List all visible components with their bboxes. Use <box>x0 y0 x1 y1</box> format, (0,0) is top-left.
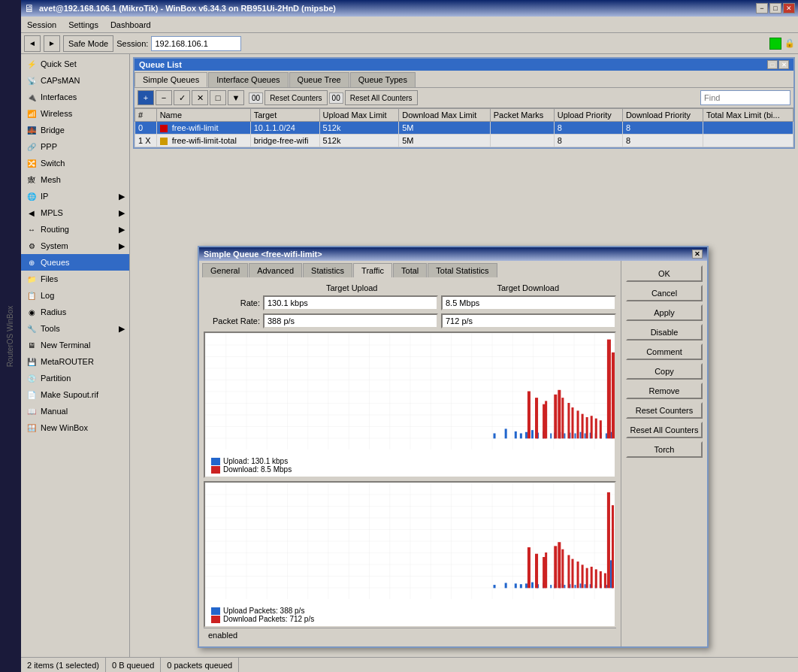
cell-download-priority: 8 <box>622 135 703 147</box>
maximize-button[interactable]: □ <box>769 3 781 14</box>
apply-button[interactable]: Apply <box>626 304 703 321</box>
svg-rect-57 <box>585 584 586 588</box>
sidebar-item-log[interactable]: 📋 Log <box>21 287 129 304</box>
cell-num: 1 X <box>135 135 157 147</box>
svg-rect-47 <box>531 583 534 589</box>
reset-all-counters-button[interactable]: Reset All Counters <box>626 422 703 438</box>
add-button[interactable]: + <box>138 90 154 105</box>
tab-general[interactable]: General <box>202 263 248 277</box>
svg-rect-15 <box>575 433 576 438</box>
queue-list-restore-button[interactable]: □ <box>767 60 778 69</box>
sidebar-item-label: Switch <box>41 159 65 168</box>
svg-rect-74 <box>586 568 588 589</box>
sidebar-item-mesh[interactable]: 🕸 Mesh <box>21 171 129 188</box>
queue-icon-toolbar: + − ✓ ✕ □ ▼ 00 Reset Counters 00 Reset A… <box>135 88 793 108</box>
title-bar-buttons[interactable]: − □ ✕ <box>756 3 795 14</box>
bandwidth-chart: Upload: 130.1 kbps Download: 8.5 Mbps <box>204 331 616 478</box>
menu-session[interactable]: Session <box>21 19 62 31</box>
torch-button[interactable]: Torch <box>626 441 703 458</box>
tab-statistics[interactable]: Statistics <box>303 263 352 277</box>
packet-rate-download-input[interactable] <box>441 313 616 328</box>
traffic-tab-content: Target Upload Target Download Rate: <box>199 277 621 646</box>
sidebar-item-partition[interactable]: 💿 Partition <box>21 370 129 386</box>
manual-icon: 📖 <box>26 405 38 417</box>
enable-button[interactable]: ✓ <box>174 90 190 105</box>
table-row[interactable]: 0 free-wifi-limit 10.1.1.0/24 512k 5M 8 <box>135 122 793 135</box>
back-button[interactable]: ◄ <box>24 35 41 52</box>
comment-button[interactable]: Comment <box>626 344 703 360</box>
svg-rect-75 <box>591 567 593 588</box>
session-input[interactable] <box>151 36 241 51</box>
items-count-status: 2 items (1 selected) <box>21 658 106 672</box>
sidebar-item-manual[interactable]: 📖 Manual <box>21 403 129 419</box>
cancel-button[interactable]: Cancel <box>626 285 703 301</box>
copy-button[interactable]: □ <box>210 90 226 105</box>
packet-rate-upload-input[interactable] <box>263 313 438 328</box>
reset-counters-group: 00 Reset Counters <box>249 90 328 105</box>
sidebar-item-quick-set[interactable]: ⚡ Quick Set <box>21 56 129 72</box>
sidebar-item-new-winbox[interactable]: 🪟 New WinBox <box>21 419 129 436</box>
sidebar-item-ppp[interactable]: 🔗 PPP <box>21 138 129 155</box>
queue-list-window-buttons[interactable]: □ ✕ <box>767 60 789 69</box>
sidebar-item-switch[interactable]: 🔀 Switch <box>21 155 129 171</box>
close-button[interactable]: ✕ <box>783 3 795 14</box>
find-input[interactable] <box>700 90 790 105</box>
sidebar-item-new-terminal[interactable]: 🖥 New Terminal <box>21 337 129 353</box>
tab-traffic[interactable]: Traffic <box>353 263 392 277</box>
sidebar-item-label: Interfaces <box>41 92 77 101</box>
sidebar-item-wireless[interactable]: 📶 Wireless <box>21 105 129 122</box>
sidebar-item-ip[interactable]: 🌐 IP ▶ <box>21 188 129 204</box>
sidebar-item-bridge[interactable]: 🌉 Bridge <box>21 122 129 138</box>
remove-button[interactable]: − <box>156 90 172 105</box>
tab-total[interactable]: Total <box>393 263 427 277</box>
tab-total-statistics[interactable]: Total Statistics <box>428 263 497 277</box>
sidebar-item-queues[interactable]: ⊕ Queues <box>21 254 129 271</box>
tab-advanced[interactable]: Advanced <box>249 263 302 277</box>
tab-queue-types[interactable]: Queue Types <box>350 72 416 87</box>
col-num: # <box>135 109 157 122</box>
remove-button[interactable]: Remove <box>626 383 703 399</box>
minimize-button[interactable]: − <box>756 3 768 14</box>
sidebar-item-radius[interactable]: ◉ Radius <box>21 304 129 320</box>
queue-list-close-button[interactable]: ✕ <box>778 60 789 69</box>
rate-upload-input[interactable] <box>263 295 438 310</box>
forward-button[interactable]: ► <box>44 35 60 52</box>
tab-queue-tree[interactable]: Queue Tree <box>289 72 349 87</box>
cell-upload-max: 512k <box>319 122 399 135</box>
safe-mode-button[interactable]: Safe Mode <box>63 35 113 52</box>
sidebar-item-routing[interactable]: ↔ Routing ▶ <box>21 221 129 238</box>
bandwidth-chart-svg <box>205 333 615 450</box>
rate-download-input[interactable] <box>441 295 616 310</box>
sidebar-item-mpls[interactable]: ◀ MPLS ▶ <box>21 204 129 221</box>
download-packets-legend-color <box>211 616 220 623</box>
sidebar-item-label: IP <box>41 192 48 201</box>
disable-button[interactable]: Disable <box>626 324 703 341</box>
ok-button[interactable]: OK <box>626 265 703 282</box>
packet-rate-label: Packet Rate: <box>204 316 260 325</box>
menu-settings[interactable]: Settings <box>62 19 104 31</box>
sidebar-item-files[interactable]: 📁 Files <box>21 271 129 287</box>
table-row[interactable]: 1 X free-wifi-limit-total bridge-free-wi… <box>135 135 793 147</box>
sidebar-item-make-supout[interactable]: 📄 Make Supout.rif <box>21 386 129 403</box>
reset-all-group: 00 Reset All Counters <box>329 90 418 105</box>
disable-button[interactable]: ✕ <box>192 90 208 105</box>
reset-counters-button[interactable]: Reset Counters <box>626 402 703 419</box>
tools-icon: 🔧 <box>26 322 38 334</box>
sidebar-item-interfaces[interactable]: 🔌 Interfaces <box>21 89 129 105</box>
copy-button[interactable]: Copy <box>626 363 703 380</box>
menu-dashboard[interactable]: Dashboard <box>104 19 157 31</box>
reset-counters-button[interactable]: Reset Counters <box>264 90 327 105</box>
filter-button[interactable]: ▼ <box>228 90 244 105</box>
dialog-close-button[interactable]: ✕ <box>692 250 703 259</box>
sidebar-item-metarouter[interactable]: 💾 MetaROUTER <box>21 353 129 370</box>
svg-rect-53 <box>564 585 565 588</box>
sidebar-item-tools[interactable]: 🔧 Tools ▶ <box>21 320 129 337</box>
cell-target: 10.1.1.0/24 <box>250 122 319 135</box>
sidebar-item-capsman[interactable]: 📡 CAPsMAN <box>21 72 129 89</box>
upload-legend-item: Upload: 130.1 kbps <box>211 457 292 465</box>
tab-interface-queues[interactable]: Interface Queues <box>208 72 288 87</box>
routing-icon: ↔ <box>26 223 38 235</box>
reset-all-counters-button[interactable]: Reset All Counters <box>345 90 418 105</box>
tab-simple-queues[interactable]: Simple Queues <box>135 72 207 87</box>
sidebar-item-system[interactable]: ⚙ System ▶ <box>21 238 129 254</box>
